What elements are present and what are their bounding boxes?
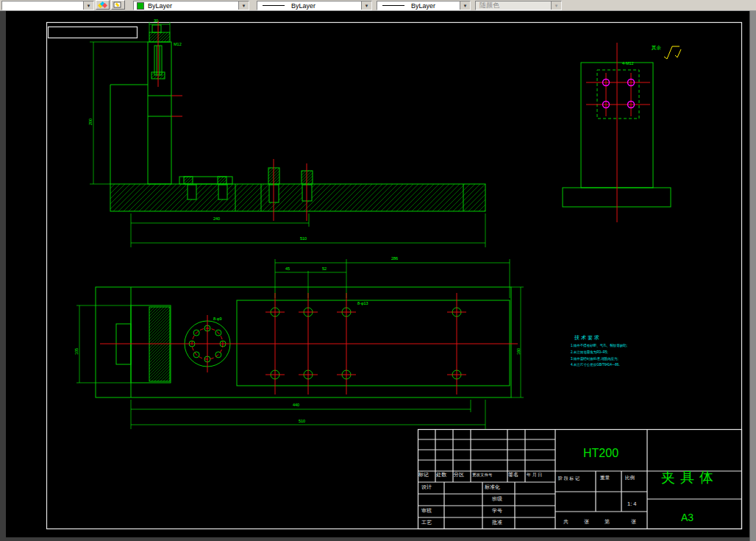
color-combo[interactable]: ByLayer ▼ xyxy=(133,1,249,10)
linetype-combo-value: ByLayer xyxy=(291,2,315,10)
chevron-down-icon[interactable]: ▼ xyxy=(83,1,93,10)
sheet-size: A3 xyxy=(681,512,693,523)
linetype-sample-icon xyxy=(263,5,285,6)
linetype-combo[interactable]: ByLayer ▼ xyxy=(257,1,372,10)
vertical-scrollbar[interactable] xyxy=(749,10,756,541)
lineweight-combo[interactable]: ByLayer ▼ xyxy=(377,1,471,10)
layer-properties-button[interactable] xyxy=(96,0,110,10)
material-spec: HT200 xyxy=(583,448,618,459)
plotstyle-combo: 随颜色 ▼ xyxy=(475,1,562,10)
layers-icon xyxy=(98,1,107,8)
color-combo-value: ByLayer xyxy=(148,2,172,10)
properties-toolbar: ▼ ByLayer ▼ ByLayer ▼ ByLa xyxy=(0,0,756,11)
chevron-down-icon[interactable]: ▼ xyxy=(361,1,371,10)
lineweight-combo-value: ByLayer xyxy=(411,2,435,10)
chevron-down-icon[interactable]: ▼ xyxy=(238,1,249,10)
cad-application-window: ▼ ByLayer ▼ ByLayer ▼ ByLa xyxy=(0,0,756,541)
layer-states-icon xyxy=(113,1,123,8)
lineweight-sample-icon xyxy=(382,5,404,6)
layer-combo[interactable]: ▼ xyxy=(1,1,94,10)
color-swatch xyxy=(137,2,144,10)
plotstyle-combo-value: 随颜色 xyxy=(479,1,499,10)
chevron-down-icon: ▼ xyxy=(551,1,561,10)
chevron-down-icon[interactable]: ▼ xyxy=(460,1,470,10)
layer-states-button[interactable] xyxy=(111,0,125,10)
part-name: 夹具体 xyxy=(661,470,718,484)
model-space-canvas[interactable] xyxy=(6,10,750,537)
